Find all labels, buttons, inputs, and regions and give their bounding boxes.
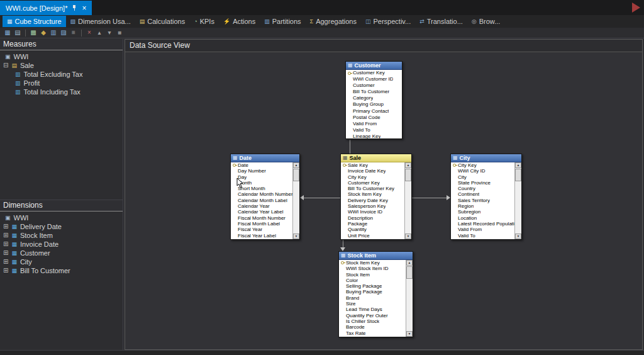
column-row-lineage-key[interactable]: Lineage Key — [346, 133, 402, 138]
scroll-up-icon[interactable]: ▲ — [406, 260, 413, 266]
dimension-node-invoice-date[interactable]: ⊞ ▦ Invoice Date — [0, 240, 123, 249]
column-row-city-key[interactable]: City Key — [341, 174, 404, 180]
scrollbar-thumb[interactable] — [406, 266, 413, 279]
scrollbar-thumb[interactable] — [515, 169, 521, 181]
column-row-calendar-month-label[interactable]: Calendar Month Label — [231, 198, 292, 203]
tab-calculations[interactable]: ▤ Calculations — [135, 16, 189, 27]
column-row-location[interactable]: Location — [451, 215, 514, 221]
scroll-up-icon[interactable]: ▲ — [293, 162, 299, 168]
column-row-fiscal-month-label[interactable]: Fiscal Month Label — [231, 221, 292, 227]
dsv-table-sale[interactable]: ▦ Sale Sale KeyInvoice Date KeyCity KeyC… — [340, 154, 412, 240]
column-row-quantity-per-outer[interactable]: Quantity Per Outer — [339, 313, 406, 318]
column-row-primary-contact[interactable]: Primary Contact — [346, 108, 402, 115]
column-row-date[interactable]: Date — [231, 162, 292, 168]
tab-actions[interactable]: ⚡ Actions — [219, 16, 260, 27]
new-dimension-icon[interactable]: ▨ — [59, 28, 68, 37]
column-row-delivery-date-key[interactable]: Delivery Date Key — [341, 198, 404, 203]
close-icon[interactable]: × — [82, 4, 86, 12]
dsv-table-stock-item[interactable]: ▦ Stock Item Stock Item KeyWWI Stock Ite… — [338, 251, 413, 337]
dsv-table-city[interactable]: ▦ City City KeyWWI City IDCityState Prov… — [450, 154, 522, 240]
delete-icon[interactable]: × — [85, 28, 94, 37]
column-row-invoice-date-key[interactable]: Invoice Date Key — [341, 168, 404, 174]
column-row-buying-package[interactable]: Buying Package — [339, 289, 406, 295]
column-row-wwi-invoice-id[interactable]: WWI Invoice ID — [341, 209, 404, 215]
column-row-region[interactable]: Region — [451, 203, 514, 209]
measures-root-node[interactable]: ▣ WWI — [0, 52, 123, 61]
show-measures-grid-icon[interactable]: ▦ — [3, 28, 12, 37]
dsv-table-date[interactable]: ▦ Date DateDay NumberDayMonthShort Month… — [230, 154, 300, 240]
column-row-buying-group[interactable]: Buying Group — [346, 101, 402, 108]
relationship-sale-customer[interactable] — [350, 140, 350, 154]
tab-kpis[interactable]: ◔ KPIs — [189, 16, 219, 27]
column-row-country[interactable]: Country — [451, 186, 514, 191]
properties-icon[interactable]: ■ — [115, 28, 124, 37]
column-row-sales-territory[interactable]: Sales Territory — [451, 198, 514, 203]
measure-node[interactable]: ▥ Total Excluding Tax — [0, 70, 123, 79]
measure-node[interactable]: ▥ Total Including Tax — [0, 87, 123, 96]
column-row-calendar-year[interactable]: Calendar Year — [231, 203, 292, 209]
diagram-canvas[interactable]: ▦ Customer Customer KeyWWI Customer IDCu… — [125, 53, 642, 349]
column-row-fiscal-month-number[interactable]: Fiscal Month Number — [231, 215, 292, 221]
dsv-table-customer[interactable]: ▦ Customer Customer KeyWWI Customer IDCu… — [345, 61, 402, 139]
column-row-postal-code[interactable]: Postal Code — [346, 115, 402, 121]
column-row-quantity[interactable]: Quantity — [341, 227, 404, 232]
column-row-wwi-customer-id[interactable]: WWI Customer ID — [346, 76, 402, 82]
document-tab[interactable]: WWI.cube [Design]* × — [0, 1, 92, 15]
dimension-node-bill-to-customer[interactable]: ⊞ ▦ Bill To Customer — [0, 266, 123, 275]
collapse-icon[interactable]: ⊟ — [3, 62, 8, 69]
column-row-customer-key[interactable]: Customer Key — [346, 70, 402, 76]
add-business-intelligence-icon[interactable]: ◆ — [39, 28, 48, 37]
scroll-down-icon[interactable]: ▼ — [515, 234, 521, 239]
dimension-node-stock-item[interactable]: ⊞ ▦ Stock Item — [0, 231, 123, 240]
column-row-package[interactable]: Package — [341, 221, 404, 227]
tab-browser[interactable]: ◎ Brow... — [467, 16, 504, 27]
column-row-fiscal-year-label[interactable]: Fiscal Year Label — [231, 233, 292, 239]
column-row-subregion[interactable]: Subregion — [451, 209, 514, 215]
scroll-up-icon[interactable]: ▲ — [405, 162, 411, 168]
expand-icon[interactable]: ⊞ — [3, 250, 8, 256]
dimension-node-customer[interactable]: ⊞ ▦ Customer — [0, 249, 123, 257]
expand-icon[interactable]: ⊞ — [3, 223, 8, 230]
column-row-bill-to-customer-key[interactable]: Bill To Customer Key — [341, 186, 404, 191]
column-row-wwi-city-id[interactable]: WWI City ID — [451, 168, 514, 174]
table-header[interactable]: ▦ Sale — [341, 154, 411, 162]
pin-icon[interactable] — [72, 4, 77, 11]
scroll-down-icon[interactable]: ▼ — [405, 234, 411, 239]
table-scrollbar[interactable]: ▲ ▼ — [404, 162, 411, 239]
column-row-lineage-key[interactable]: Lineage Key — [451, 239, 514, 239]
column-row-brand[interactable]: Brand — [339, 295, 406, 301]
table-header[interactable]: ▦ Stock Item — [339, 252, 413, 260]
tab-translations[interactable]: ⇄ Translatio... — [415, 16, 467, 27]
column-row-unit-price[interactable]: Unit Price — [339, 336, 406, 337]
column-row-stock-item[interactable]: Stock Item — [339, 272, 406, 278]
column-row-is-chiller-stock[interactable]: Is Chiller Stock — [339, 318, 406, 324]
dimension-node-city[interactable]: ⊞ ▦ City — [0, 257, 123, 266]
column-row-valid-from[interactable]: Valid From — [346, 121, 402, 127]
tab-perspectives[interactable]: ◫ Perspectiv... — [361, 16, 415, 27]
column-row-city-key[interactable]: City Key — [451, 162, 514, 168]
column-row-calendar-year-label[interactable]: Calendar Year Label — [231, 209, 292, 215]
column-row-iso-week-number[interactable]: ISO Week Number — [231, 239, 292, 239]
column-row-lead-time-days[interactable]: Lead Time Days — [339, 307, 406, 312]
table-header[interactable]: ▦ City — [451, 154, 521, 162]
column-row-customer-key[interactable]: Customer Key — [341, 180, 404, 186]
column-row-fiscal-year[interactable]: Fiscal Year — [231, 227, 292, 232]
column-row-latest-recorded-population[interactable]: Latest Recorded Population — [451, 221, 514, 227]
attribute-list-icon[interactable]: ≡ — [69, 28, 78, 37]
show-measures-tree-icon[interactable]: ▤ — [13, 28, 22, 37]
tab-aggregations[interactable]: Σ Aggregations — [306, 16, 361, 27]
process-icon[interactable]: ▩ — [29, 28, 38, 37]
table-scrollbar[interactable]: ▲ ▼ — [406, 260, 413, 337]
column-row-barcode[interactable]: Barcode — [339, 324, 406, 330]
dimension-node-delivery-date[interactable]: ⊞ ▦ Delivery Date — [0, 222, 123, 231]
tab-cube-structure[interactable]: ▦ Cube Structure — [3, 16, 66, 27]
column-row-tax-rate[interactable]: Tax Rate — [341, 239, 404, 239]
column-row-valid-to[interactable]: Valid To — [451, 233, 514, 239]
column-row-stock-item-key[interactable]: Stock Item Key — [339, 260, 406, 266]
relationship-sale-date[interactable] — [304, 198, 340, 198]
relationship-sale-city[interactable] — [412, 198, 447, 198]
column-row-size[interactable]: Size — [339, 301, 406, 307]
column-row-stock-item-key[interactable]: Stock Item Key — [341, 191, 404, 197]
dimensions-root-node[interactable]: ▣ WWI — [0, 213, 123, 222]
expand-icon[interactable]: ⊞ — [3, 232, 8, 239]
